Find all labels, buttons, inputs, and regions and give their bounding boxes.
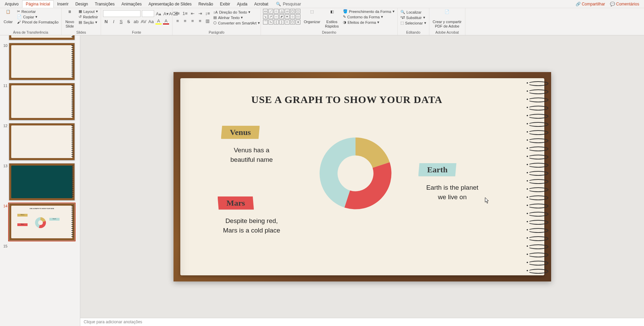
comments-button[interactable]: 💬 Comentários <box>610 2 639 6</box>
highlight-icon[interactable]: A <box>155 18 162 24</box>
copy-icon: 📄 <box>17 15 22 19</box>
scissors-icon: ✂ <box>17 9 20 14</box>
earth-tape-label[interactable]: Earth <box>418 163 457 176</box>
group-font: A▴ A▾ A⌫ N I S S̶ ab AV Aa A A Fonte <box>101 8 172 35</box>
case-icon[interactable]: Aa <box>148 18 154 24</box>
italic-icon[interactable]: I <box>111 18 117 24</box>
columns-icon[interactable]: ▥ <box>204 18 211 24</box>
notes-pane[interactable]: Clique para adicionar anotações <box>80 318 644 326</box>
arrange-button[interactable]: ⬚ Organizar <box>302 9 321 25</box>
group-label: Slides <box>64 30 99 35</box>
donut-segment-mars[interactable] <box>344 162 391 209</box>
slide-thumb-10[interactable] <box>9 43 75 80</box>
group-label: Desenho <box>263 30 395 35</box>
tab-arquivo[interactable]: Arquivo <box>1 1 22 7</box>
menubar: Arquivo Página Inicial Inserir Design Tr… <box>0 0 644 8</box>
increase-font-icon[interactable]: A▴ <box>155 11 162 17</box>
share-button[interactable]: 🔗 Compartilhar <box>576 2 605 6</box>
slide-thumb-12[interactable] <box>9 123 75 160</box>
tab-transicoes[interactable]: Transições <box>92 1 118 7</box>
format-painter-button[interactable]: 🖌Pincel de Formatação <box>16 20 59 24</box>
shape-outline-button[interactable]: ✎Contorno da Forma ▾ <box>342 14 395 19</box>
slide-thumb-14[interactable]: USE A GRAPH TO SHOW YOUR DATA Venus Mars… <box>9 203 75 241</box>
reset-button[interactable]: ↺Redefinir <box>78 14 99 19</box>
tab-exibir[interactable]: Exibir <box>217 1 234 7</box>
align-center-icon[interactable]: ≡ <box>182 18 188 24</box>
align-left-icon[interactable]: ≡ <box>175 18 181 24</box>
tab-inserir[interactable]: Inserir <box>54 1 72 7</box>
justify-icon[interactable]: ≡ <box>197 18 203 24</box>
slide-thumb-11[interactable] <box>9 83 75 120</box>
shadow-icon[interactable]: ab <box>133 18 139 24</box>
line-spacing-icon[interactable]: ↕≡ <box>204 10 211 16</box>
slide-title[interactable]: USE A GRAPH TO SHOW YOUR DATA <box>180 94 514 105</box>
decrease-font-icon[interactable]: A▾ <box>163 11 169 17</box>
bullets-icon[interactable]: •≡ <box>175 10 181 16</box>
donut-chart[interactable] <box>318 136 393 211</box>
cursor-icon <box>485 197 490 204</box>
select-icon: ⬚ <box>400 21 404 25</box>
font-color-icon[interactable]: A <box>163 18 169 24</box>
font-family-select[interactable] <box>103 10 141 17</box>
tab-animacoes[interactable]: Animações <box>118 1 145 7</box>
section-button[interactable]: ▤Seção ▾ <box>78 20 99 25</box>
tab-revisao[interactable]: Revisão <box>195 1 216 7</box>
replace-button[interactable]: ᵃ⇄Substituir ▾ <box>400 15 427 20</box>
shapes-gallery[interactable]: ▭／○△▱⬠⬡ ↘↗↔⬈✦☆⬭ ⌒∿{}✧⬠▾ <box>263 9 300 24</box>
quick-styles-button[interactable]: ◧ Estilos Rápidos <box>324 9 340 29</box>
group-label: Fonte <box>103 30 170 35</box>
section-icon: ▤ <box>79 20 82 24</box>
new-slide-icon: 🗎 <box>65 10 75 19</box>
group-editing: 🔍Localizar ᵃ⇄Substituir ▾ ⬚Selecionar ▾ … <box>398 8 429 35</box>
slide-thumb-9[interactable] <box>9 35 75 40</box>
slide[interactable]: USE A GRAPH TO SHOW YOUR DATA Venus Venu… <box>174 72 551 281</box>
tab-acrobat[interactable]: Acrobat <box>251 1 271 7</box>
indent-right-icon[interactable]: ⇥ <box>197 10 203 16</box>
slide-canvas[interactable]: USE A GRAPH TO SHOW YOUR DATA Venus Venu… <box>80 35 644 318</box>
search-placeholder: Pesquisar <box>283 2 301 6</box>
tab-design[interactable]: Design <box>72 1 91 7</box>
slide-thumb-13[interactable] <box>9 163 75 201</box>
mars-tape-label[interactable]: Mars <box>218 196 254 210</box>
group-label: Editando <box>400 30 427 35</box>
numbering-icon[interactable]: 1≡ <box>182 10 188 16</box>
adobe-pdf-button[interactable]: 📄 Crear y compartir PDF de Adobe <box>431 9 463 29</box>
group-adobe: 📄 Crear y compartir PDF de Adobe Adobe A… <box>429 8 465 35</box>
align-right-icon[interactable]: ≡ <box>189 18 196 24</box>
tab-ajuda[interactable]: Ajuda <box>234 1 251 7</box>
layout-button[interactable]: ▦Layout ▾ <box>78 9 99 14</box>
select-button[interactable]: ⬚Selecionar ▾ <box>400 20 427 25</box>
copy-button[interactable]: 📄Copiar ▾ <box>16 14 59 19</box>
text-direction-button[interactable]: ↕ADireção do Texto ▾ <box>213 10 261 15</box>
tab-apresentacao[interactable]: Apresentação de Slides <box>145 1 195 7</box>
tab-pagina-inicial[interactable]: Página Inicial <box>22 0 54 8</box>
shape-fill-button[interactable]: 🪣Preenchimento da Forma ▾ <box>342 9 395 14</box>
slide-area: USE A GRAPH TO SHOW YOUR DATA Venus Venu… <box>80 35 644 326</box>
venus-tape-label[interactable]: Venus <box>221 126 260 139</box>
new-slide-button[interactable]: 🗎 Novo Slide <box>64 9 76 29</box>
font-size-select[interactable] <box>142 10 154 17</box>
mars-caption[interactable]: Despite being red, Mars is a cold place <box>211 216 293 236</box>
layout-icon: ▦ <box>79 9 82 14</box>
underline-icon[interactable]: S <box>118 18 124 24</box>
indent-left-icon[interactable]: ⇤ <box>189 10 196 16</box>
thumb-num: 15 <box>1 243 7 248</box>
align-text-button[interactable]: ▤Alinhar Texto ▾ <box>213 15 261 20</box>
cut-button[interactable]: ✂Recortar <box>16 9 59 14</box>
donut-segment-venus[interactable] <box>356 137 390 168</box>
effects-icon: ◑ <box>343 20 346 24</box>
spacing-icon[interactable]: AV <box>141 18 147 24</box>
search-box[interactable]: 🔍 Pesquisar <box>276 2 301 6</box>
thumb-num: 10 <box>1 43 7 80</box>
bold-icon[interactable]: N <box>103 18 109 24</box>
thumbnail-panel[interactable]: 10 11 12 13 14 USE A GRAPH TO SHOW YOUR … <box>0 35 80 326</box>
paste-button[interactable]: 📋 Colar <box>2 9 14 25</box>
spiral-binding <box>528 79 547 275</box>
thumb-num: 13 <box>1 163 7 201</box>
smartart-button[interactable]: ⬡Converter em SmartArt ▾ <box>213 20 261 25</box>
shape-effects-button[interactable]: ◑Efeitos de Forma ▾ <box>342 20 395 25</box>
strike-icon[interactable]: S̶ <box>126 18 132 24</box>
earth-caption[interactable]: Earth is the planet we live on <box>415 183 490 202</box>
group-clipboard: 📋 Colar ✂Recortar 📄Copiar ▾ 🖌Pincel de F… <box>0 8 62 35</box>
venus-caption[interactable]: Venus has a beautiful name <box>218 145 286 165</box>
